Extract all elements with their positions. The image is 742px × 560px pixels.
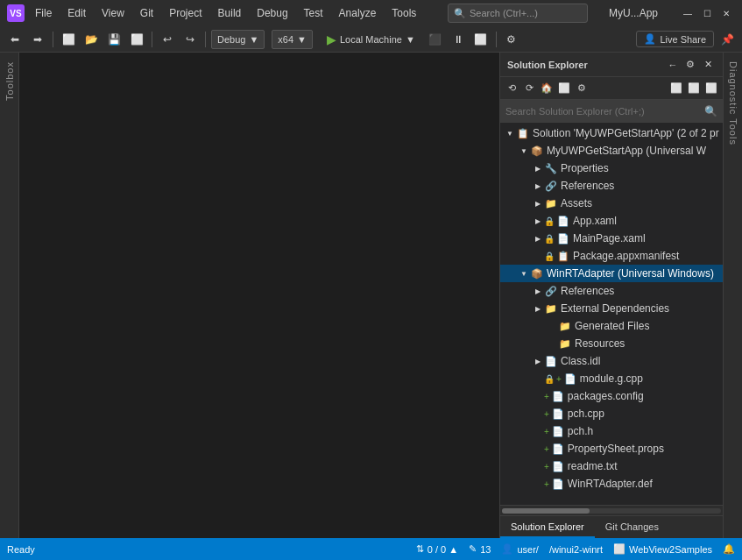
status-path[interactable]: /winui2-winrt xyxy=(549,544,603,555)
menu-view[interactable]: View xyxy=(95,5,131,21)
run-button[interactable]: ▶ Local Machine ▼ xyxy=(320,31,422,48)
tab-solution-explorer[interactable]: Solution Explorer xyxy=(500,516,595,538)
status-window[interactable]: ⬜ WebView2Samples xyxy=(613,543,712,555)
se-horizontal-scrollbar[interactable] xyxy=(500,505,723,515)
tree-item-mainpage-xaml[interactable]: ▶ 🔒 📄 MainPage.xaml xyxy=(500,230,723,247)
tree-item-solution[interactable]: ▼ 📋 Solution 'MyUWPGetStartApp' (2 of 2 … xyxy=(500,124,723,142)
se-home-button[interactable]: 🏠 xyxy=(539,81,555,96)
toolbar-sep-3 xyxy=(205,32,206,47)
tree-item-assets[interactable]: ▶ 📁 Assets xyxy=(500,195,723,212)
propertysheet-icon: 📄 xyxy=(551,442,565,456)
status-branch[interactable]: ⇅ 0 / 0 ▲ xyxy=(416,543,458,555)
nav-forward-button[interactable]: ➡ xyxy=(28,30,47,49)
tree-item-app-xaml[interactable]: ▶ 🔒 📄 App.xaml xyxy=(500,212,723,230)
se-search-input[interactable] xyxy=(505,106,701,117)
se-refresh-button[interactable]: ⟲ xyxy=(504,81,519,96)
se-search-icon: 🔍 xyxy=(704,105,717,117)
tree-item-properties[interactable]: ▶ 🔧 Properties xyxy=(500,159,723,177)
menu-file[interactable]: File xyxy=(28,5,59,21)
expander-project-uwp: ▼ xyxy=(518,145,530,157)
run-options-button[interactable]: ⬛ xyxy=(426,30,445,49)
nav-back-button[interactable]: ⬅ xyxy=(5,30,25,49)
open-button[interactable]: 📂 xyxy=(81,30,101,49)
tree-item-ext-deps[interactable]: ▶ 📁 External Dependencies xyxy=(500,300,723,317)
menu-test[interactable]: Test xyxy=(297,5,330,21)
se-filter-button[interactable]: ⬜ xyxy=(556,81,572,96)
tree-item-references[interactable]: ▶ 🔗 References xyxy=(500,177,723,195)
tree-item-generated-files[interactable]: ▶ 📁 Generated Files xyxy=(500,317,723,335)
plus-icon-winrtadapter-def: + xyxy=(544,479,549,489)
restore-button[interactable]: ☐ xyxy=(698,4,716,22)
save-all-button[interactable]: ⬜ xyxy=(127,30,146,49)
se-menu-button[interactable]: ⚙ xyxy=(682,57,698,73)
status-lines[interactable]: ✎ 13 xyxy=(469,543,491,555)
tree-item-readme[interactable]: ▶ + 📄 readme.txt xyxy=(500,457,723,475)
status-ready[interactable]: Ready xyxy=(7,544,35,555)
se-collapse-button[interactable]: ⟳ xyxy=(521,81,537,96)
platform-dropdown[interactable]: x64 ▼ xyxy=(272,30,313,49)
global-search[interactable]: 🔍 Search (Ctrl+...) xyxy=(448,4,588,23)
se-title: Solution Explorer xyxy=(507,60,588,70)
tree-item-winrtadapter-def[interactable]: ▶ + 📄 WinRTAdapter.def xyxy=(500,475,723,493)
tree-item-propertysheet[interactable]: ▶ + 📄 PropertySheet.props xyxy=(500,440,723,457)
performance-button[interactable]: ⚙ xyxy=(502,30,521,49)
tree-item-project-winrt[interactable]: ▼ 📦 WinRTAdapter (Universal Windows) xyxy=(500,265,723,282)
save-button[interactable]: 💾 xyxy=(104,30,124,49)
search-icon: 🔍 xyxy=(454,8,466,19)
references-label: References xyxy=(561,180,614,192)
se-search-bar[interactable]: 🔍 xyxy=(500,100,723,123)
user-label: user/ xyxy=(517,544,538,555)
tree-item-module-cpp[interactable]: ▶ 🔒 + 📄 module.g.cpp xyxy=(500,370,723,387)
se-settings-button[interactable]: ⚙ xyxy=(574,81,590,96)
project-uwp-icon: 📦 xyxy=(530,144,544,158)
menu-git[interactable]: Git xyxy=(133,5,160,21)
tree-item-package[interactable]: ▶ 🔒 📋 Package.appxmanifest xyxy=(500,247,723,265)
undo-button[interactable]: ↩ xyxy=(158,30,177,49)
se-close-button[interactable]: ✕ xyxy=(700,57,716,73)
tab-git-changes[interactable]: Git Changes xyxy=(595,516,669,538)
se-footer-tabs: Solution Explorer Git Changes xyxy=(500,515,723,538)
tree-item-pch-h[interactable]: ▶ + 📄 pch.h xyxy=(500,422,723,440)
se-pin-button[interactable]: ← xyxy=(665,57,681,73)
se-expand-button[interactable]: ⬜ xyxy=(686,81,702,96)
tree-item-pch-cpp[interactable]: ▶ + 📄 pch.cpp xyxy=(500,405,723,422)
toolbar-sep-2 xyxy=(152,32,152,47)
tree-item-class-idl[interactable]: ▶ 📄 Class.idl xyxy=(500,352,723,370)
status-right: ⇅ 0 / 0 ▲ ✎ 13 👤 user/ /winui2-winrt ⬜ W… xyxy=(416,543,735,555)
minimize-button[interactable]: — xyxy=(679,4,696,22)
menu-debug[interactable]: Debug xyxy=(250,5,294,21)
status-user[interactable]: 👤 user/ xyxy=(501,543,538,555)
liveshare-button[interactable]: 👤 Live Share xyxy=(636,31,714,47)
stop-button[interactable]: ⬜ xyxy=(471,30,491,49)
properties-icon: 🔧 xyxy=(544,161,558,175)
debug-config-dropdown[interactable]: Debug ▼ xyxy=(211,30,265,49)
redo-button[interactable]: ↪ xyxy=(180,30,200,49)
se-split-button[interactable]: ⬜ xyxy=(668,81,684,96)
tree-item-references2[interactable]: ▶ 🔗 References xyxy=(500,282,723,300)
window-controls: — ☐ ✕ xyxy=(679,4,735,22)
assets-label: Assets xyxy=(561,197,592,209)
tree-item-resources[interactable]: ▶ 📁 Resources xyxy=(500,335,723,352)
close-button[interactable]: ✕ xyxy=(717,4,735,22)
se-preview-button[interactable]: ⬜ xyxy=(703,81,719,96)
plus-icon-pch-h: + xyxy=(544,427,549,436)
new-project-button[interactable]: ⬜ xyxy=(59,30,78,49)
packages-config-label: packages.config xyxy=(568,390,644,402)
expander-mainpage-xaml: ▶ xyxy=(532,232,544,245)
menu-edit[interactable]: Edit xyxy=(60,5,93,21)
properties-label: Properties xyxy=(561,162,609,174)
pause-button[interactable]: ⏸ xyxy=(449,30,468,49)
toolbox-strip: Toolbox xyxy=(0,53,19,538)
plus-icon-packages: + xyxy=(544,392,549,401)
status-bell[interactable]: 🔔 xyxy=(723,543,735,555)
title-bar: VS File Edit View Git Project Build Debu… xyxy=(0,0,742,26)
resources-icon: 📁 xyxy=(558,337,572,351)
menu-project[interactable]: Project xyxy=(162,5,208,21)
menu-build[interactable]: Build xyxy=(211,5,249,21)
tree-item-project-uwp[interactable]: ▼ 📦 MyUWPGetStartApp (Universal W xyxy=(500,142,723,159)
menu-tools[interactable]: Tools xyxy=(385,5,423,21)
menu-analyze[interactable]: Analyze xyxy=(332,5,384,21)
tree-item-packages-config[interactable]: ▶ + 📄 packages.config xyxy=(500,387,723,405)
references2-label: References xyxy=(561,285,614,297)
feedback-button[interactable]: 📌 xyxy=(717,30,737,49)
